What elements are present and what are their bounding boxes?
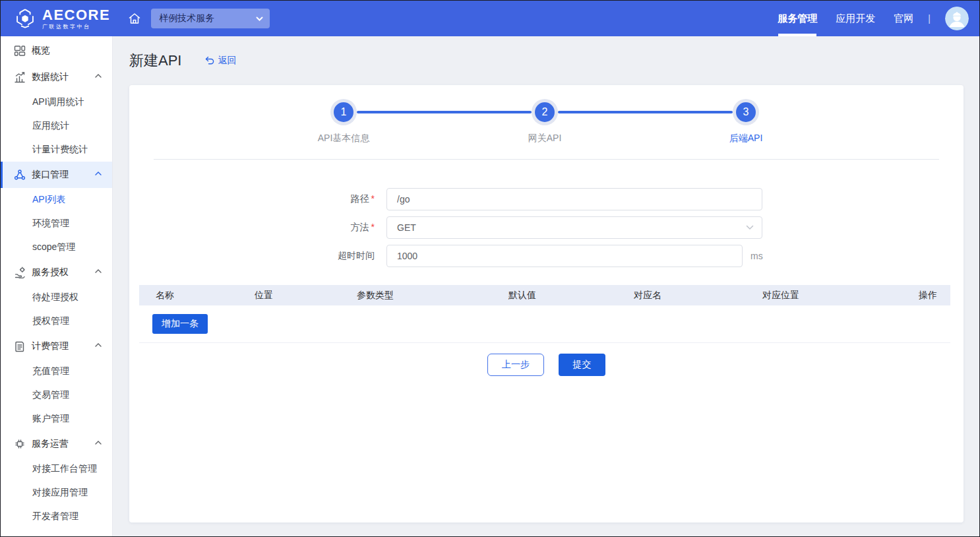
sidebar-item-api-list[interactable]: API列表	[1, 188, 112, 212]
nav-item-app-development[interactable]: 应用开发	[826, 1, 884, 36]
sidebar-item-label: 服务授权	[32, 267, 95, 278]
undo-arrow-icon	[205, 56, 214, 65]
user-avatar[interactable]	[945, 7, 969, 30]
step-number: 2	[542, 106, 548, 118]
previous-step-button[interactable]: 上一步	[487, 354, 544, 376]
method-select[interactable]: GET	[386, 216, 762, 239]
sidebar-item-label: 数据统计	[32, 71, 95, 83]
sidebar-item-pending-authorization[interactable]: 待处理授权	[1, 286, 112, 309]
api-icon	[14, 169, 26, 181]
sidebar-item-account-management[interactable]: 账户管理	[1, 407, 112, 431]
wizard-card: 1 2 3 API基本信息 网关API 后端API 路径*	[129, 85, 964, 522]
params-table-header: 名称 位置 参数类型 默认值 对应名 对应位置 操作	[139, 285, 950, 305]
sidebar-group-interface-management[interactable]: 接口管理	[1, 162, 112, 188]
home-icon[interactable]	[127, 11, 142, 26]
brand-logo: AECORE 广联达数字中台	[14, 7, 110, 30]
brand-logo-icon	[14, 7, 36, 30]
form-row-path: 路径*	[129, 188, 964, 210]
wizard-footer: 上一步 提交	[129, 354, 964, 376]
chevron-up-icon	[95, 74, 102, 80]
method-label: 方法*	[129, 222, 386, 234]
step-3-circle: 3	[736, 102, 756, 122]
chevron-down-icon	[256, 16, 263, 21]
nav-item-label: 服务管理	[778, 13, 817, 25]
sidebar-item-label: 交易管理	[32, 389, 69, 401]
step-wizard: 1 2 3 API基本信息 网关API 后端API	[129, 85, 964, 160]
sidebar-group-data-statistics[interactable]: 数据统计	[1, 64, 112, 90]
nav-item-label: 应用开发	[836, 13, 875, 25]
nav-item-service-management[interactable]: 服务管理	[768, 1, 826, 36]
sidebar-group-service-authorization[interactable]: 服务授权	[1, 259, 112, 286]
params-table: 名称 位置 参数类型 默认值 对应名 对应位置 操作 增加一条	[139, 285, 950, 343]
sidebar-item-overview[interactable]: 概览	[1, 38, 112, 64]
step-connector	[558, 111, 733, 113]
sidebar-item-authorization-management[interactable]: 授权管理	[1, 309, 112, 333]
backend-api-form: 路径* 方法* GET	[129, 188, 964, 267]
timeout-unit: ms	[750, 251, 763, 261]
timeout-input[interactable]	[386, 245, 743, 267]
sidebar-item-label: 开发者管理	[32, 511, 78, 522]
sidebar-item-label: 计费管理	[32, 340, 95, 352]
step-number: 3	[743, 106, 749, 118]
sidebar-item-developer-management[interactable]: 开发者管理	[1, 505, 112, 528]
sidebar-item-recharge-management[interactable]: 充值管理	[1, 360, 112, 383]
col-param-type: 参数类型	[340, 290, 492, 301]
sidebar-item-label: 对接应用管理	[32, 487, 88, 499]
sidebar-item-app-stats[interactable]: 应用统计	[1, 114, 112, 138]
path-input[interactable]	[386, 188, 762, 210]
brand-subtitle: 广联达数字中台	[42, 24, 110, 30]
back-button-label: 返回	[218, 55, 236, 67]
step-number: 1	[341, 106, 347, 118]
sidebar-group-service-operation[interactable]: 服务运营	[1, 431, 112, 457]
add-row-button[interactable]: 增加一条	[152, 314, 208, 334]
top-nav: 服务管理 应用开发 官网 |	[768, 1, 979, 36]
step-2-circle: 2	[535, 102, 555, 122]
sidebar-item-label: 概览	[32, 45, 102, 57]
workspace-select[interactable]: 样例技术服务	[151, 9, 270, 28]
nav-item-official-site[interactable]: 官网	[884, 1, 923, 36]
sidebar-item-label: 充值管理	[32, 365, 69, 377]
required-mark: *	[371, 222, 375, 232]
col-default-value: 默认值	[492, 290, 617, 301]
table-add-row: 增加一条	[139, 305, 950, 343]
sidebar-item-label: scope管理	[32, 241, 75, 253]
submit-button[interactable]: 提交	[559, 354, 605, 376]
col-actions: 操作	[884, 290, 950, 301]
sidebar-item-environment-management[interactable]: 环境管理	[1, 212, 112, 236]
sidebar-item-label: 服务运营	[32, 438, 95, 450]
sidebar-item-scope-management[interactable]: scope管理	[1, 236, 112, 259]
sidebar-item-api-call-stats[interactable]: API调用统计	[1, 90, 112, 114]
timeout-label: 超时时间	[129, 250, 386, 262]
sidebar-item-label: 待处理授权	[32, 292, 78, 303]
back-button[interactable]: 返回	[205, 55, 236, 67]
active-tab-underline	[778, 34, 816, 36]
sidebar-item-workbench-integration-management[interactable]: 对接工作台管理	[1, 457, 112, 481]
step-1-circle: 1	[334, 102, 353, 122]
sidebar-item-metering-billing-stats[interactable]: 计量计费统计	[1, 138, 112, 162]
sidebar-item-label: 授权管理	[32, 315, 69, 327]
step-connector	[357, 111, 532, 113]
chevron-up-icon	[95, 343, 102, 350]
billing-icon	[14, 340, 26, 352]
sidebar-group-billing-management[interactable]: 计费管理	[1, 333, 112, 360]
section-divider	[154, 159, 939, 160]
sidebar-item-app-integration-management[interactable]: 对接应用管理	[1, 481, 112, 505]
workspace-select-value: 样例技术服务	[159, 13, 256, 24]
sidebar-item-label: 计量计费统计	[32, 144, 88, 156]
top-bar: AECORE 广联达数字中台 样例技术服务 服务管理 应用开发 官网	[1, 1, 979, 36]
main-content: 新建API 返回 1 2 3 API基本信息 网关API	[113, 36, 979, 537]
chevron-up-icon	[95, 441, 102, 447]
sidebar-item-label: 对接工作台管理	[32, 463, 97, 475]
sidebar-item-label: API调用统计	[32, 96, 84, 108]
page-header: 新建API 返回	[129, 51, 964, 71]
form-row-timeout: 超时时间 ms	[129, 245, 964, 267]
nav-divider: |	[928, 13, 931, 24]
sidebar-item-transaction-management[interactable]: 交易管理	[1, 383, 112, 407]
sidebar: 概览 数据统计 API调用统计 应用统计 计量计费统计	[1, 36, 113, 537]
auth-icon	[14, 267, 26, 278]
col-name: 名称	[139, 290, 238, 301]
chevron-down-icon	[746, 225, 754, 230]
form-row-method: 方法* GET	[129, 216, 964, 239]
col-position: 位置	[238, 290, 340, 301]
path-label: 路径*	[129, 193, 386, 205]
